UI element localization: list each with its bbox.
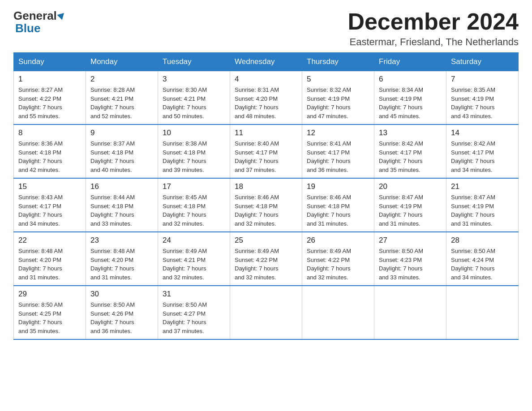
calendar-day-cell: 19 Sunrise: 8:46 AM Sunset: 4:18 PM Dayl… [302, 178, 374, 232]
calendar-day-cell: 9 Sunrise: 8:37 AM Sunset: 4:18 PM Dayli… [86, 124, 158, 178]
day-number: 12 [307, 128, 369, 137]
calendar-day-cell: 22 Sunrise: 8:48 AM Sunset: 4:20 PM Dayl… [14, 232, 86, 286]
calendar-day-cell: 6 Sunrise: 8:34 AM Sunset: 4:19 PM Dayli… [374, 71, 446, 125]
day-number: 25 [235, 236, 297, 245]
day-info: Sunrise: 8:34 AM Sunset: 4:19 PM Dayligh… [379, 86, 442, 120]
calendar-day-cell: 31 Sunrise: 8:50 AM Sunset: 4:27 PM Dayl… [158, 286, 230, 339]
calendar-day-cell: 18 Sunrise: 8:46 AM Sunset: 4:18 PM Dayl… [230, 178, 302, 232]
day-info: Sunrise: 8:38 AM Sunset: 4:18 PM Dayligh… [163, 139, 225, 174]
weekday-header-wednesday: Wednesday [230, 53, 302, 71]
calendar-week-row: 8 Sunrise: 8:36 AM Sunset: 4:18 PM Dayli… [14, 124, 519, 178]
day-number: 23 [90, 236, 153, 245]
day-number: 18 [235, 182, 297, 191]
location-title: Eastermar, Friesland, The Netherlands [348, 36, 519, 48]
day-number: 4 [235, 75, 297, 84]
calendar-day-cell: 12 Sunrise: 8:41 AM Sunset: 4:17 PM Dayl… [302, 124, 374, 178]
day-number: 27 [379, 236, 442, 245]
calendar-day-cell: 3 Sunrise: 8:30 AM Sunset: 4:21 PM Dayli… [158, 71, 230, 125]
day-number: 21 [451, 182, 514, 191]
day-info: Sunrise: 8:41 AM Sunset: 4:17 PM Dayligh… [307, 139, 369, 174]
calendar-day-cell: 5 Sunrise: 8:32 AM Sunset: 4:19 PM Dayli… [302, 71, 374, 125]
calendar-day-cell: 24 Sunrise: 8:49 AM Sunset: 4:21 PM Dayl… [158, 232, 230, 286]
weekday-header-monday: Monday [86, 53, 158, 71]
day-number: 3 [163, 75, 225, 84]
day-info: Sunrise: 8:46 AM Sunset: 4:18 PM Dayligh… [307, 193, 369, 228]
weekday-header-sunday: Sunday [14, 53, 86, 71]
day-number: 10 [163, 128, 225, 137]
logo-blue-text: Blue [15, 21, 65, 35]
day-number: 14 [451, 128, 514, 137]
calendar-day-cell: 11 Sunrise: 8:40 AM Sunset: 4:17 PM Dayl… [230, 124, 302, 178]
calendar-day-cell: 23 Sunrise: 8:48 AM Sunset: 4:20 PM Dayl… [86, 232, 158, 286]
calendar-day-cell: 7 Sunrise: 8:35 AM Sunset: 4:19 PM Dayli… [446, 71, 519, 125]
day-info: Sunrise: 8:48 AM Sunset: 4:20 PM Dayligh… [18, 247, 81, 282]
day-info: Sunrise: 8:45 AM Sunset: 4:18 PM Dayligh… [163, 193, 225, 228]
calendar-day-cell: 26 Sunrise: 8:49 AM Sunset: 4:22 PM Dayl… [302, 232, 374, 286]
day-number: 8 [18, 128, 81, 137]
calendar-week-row: 22 Sunrise: 8:48 AM Sunset: 4:20 PM Dayl… [14, 232, 519, 286]
day-info: Sunrise: 8:48 AM Sunset: 4:20 PM Dayligh… [90, 247, 153, 282]
title-section: December 2024 Eastermar, Friesland, The … [348, 9, 519, 48]
day-number: 20 [379, 182, 442, 191]
day-info: Sunrise: 8:47 AM Sunset: 4:19 PM Dayligh… [379, 193, 442, 228]
day-number: 31 [163, 290, 225, 299]
day-number: 29 [18, 290, 81, 299]
weekday-header-tuesday: Tuesday [158, 53, 230, 71]
day-number: 24 [163, 236, 225, 245]
day-info: Sunrise: 8:50 AM Sunset: 4:25 PM Dayligh… [18, 300, 81, 335]
day-number: 9 [90, 128, 153, 137]
page-header: General Blue December 2024 Eastermar, Fr… [13, 9, 519, 48]
day-number: 6 [379, 75, 442, 84]
day-number: 13 [379, 128, 442, 137]
day-info: Sunrise: 8:35 AM Sunset: 4:19 PM Dayligh… [451, 86, 514, 120]
calendar-day-cell: 20 Sunrise: 8:47 AM Sunset: 4:19 PM Dayl… [374, 178, 446, 232]
day-number: 16 [90, 182, 153, 191]
day-number: 2 [90, 75, 153, 84]
day-info: Sunrise: 8:43 AM Sunset: 4:17 PM Dayligh… [18, 193, 81, 228]
calendar-week-row: 29 Sunrise: 8:50 AM Sunset: 4:25 PM Dayl… [14, 286, 519, 339]
calendar-day-cell: 4 Sunrise: 8:31 AM Sunset: 4:20 PM Dayli… [230, 71, 302, 125]
day-info: Sunrise: 8:31 AM Sunset: 4:20 PM Dayligh… [235, 86, 297, 120]
day-info: Sunrise: 8:42 AM Sunset: 4:17 PM Dayligh… [379, 139, 442, 174]
calendar-day-cell: 13 Sunrise: 8:42 AM Sunset: 4:17 PM Dayl… [374, 124, 446, 178]
calendar-day-cell: 1 Sunrise: 8:27 AM Sunset: 4:22 PM Dayli… [14, 71, 86, 125]
logo-general-text: General [13, 9, 57, 23]
calendar-day-cell: 15 Sunrise: 8:43 AM Sunset: 4:17 PM Dayl… [14, 178, 86, 232]
day-number: 28 [451, 236, 514, 245]
calendar-day-cell: 25 Sunrise: 8:49 AM Sunset: 4:22 PM Dayl… [230, 232, 302, 286]
day-number: 1 [18, 75, 81, 84]
day-number: 5 [307, 75, 369, 84]
day-info: Sunrise: 8:50 AM Sunset: 4:27 PM Dayligh… [163, 300, 225, 335]
day-info: Sunrise: 8:49 AM Sunset: 4:21 PM Dayligh… [163, 247, 225, 282]
month-title: December 2024 [348, 9, 519, 34]
logo: General Blue [13, 9, 65, 35]
calendar-day-cell: 17 Sunrise: 8:45 AM Sunset: 4:18 PM Dayl… [158, 178, 230, 232]
calendar-day-cell: 10 Sunrise: 8:38 AM Sunset: 4:18 PM Dayl… [158, 124, 230, 178]
calendar-day-cell: 8 Sunrise: 8:36 AM Sunset: 4:18 PM Dayli… [14, 124, 86, 178]
calendar-day-cell: 29 Sunrise: 8:50 AM Sunset: 4:25 PM Dayl… [14, 286, 86, 339]
day-info: Sunrise: 8:50 AM Sunset: 4:23 PM Dayligh… [379, 247, 442, 282]
day-number: 17 [163, 182, 225, 191]
weekday-header-saturday: Saturday [446, 53, 519, 71]
day-info: Sunrise: 8:50 AM Sunset: 4:24 PM Dayligh… [451, 247, 514, 282]
day-number: 11 [235, 128, 297, 137]
calendar-day-cell: 14 Sunrise: 8:42 AM Sunset: 4:17 PM Dayl… [446, 124, 519, 178]
day-info: Sunrise: 8:49 AM Sunset: 4:22 PM Dayligh… [307, 247, 369, 282]
day-info: Sunrise: 8:27 AM Sunset: 4:22 PM Dayligh… [18, 86, 81, 120]
calendar-day-cell: 30 Sunrise: 8:50 AM Sunset: 4:26 PM Dayl… [86, 286, 158, 339]
calendar-week-row: 15 Sunrise: 8:43 AM Sunset: 4:17 PM Dayl… [14, 178, 519, 232]
weekday-header-friday: Friday [374, 53, 446, 71]
day-number: 26 [307, 236, 369, 245]
day-info: Sunrise: 8:42 AM Sunset: 4:17 PM Dayligh… [451, 139, 514, 174]
day-info: Sunrise: 8:47 AM Sunset: 4:19 PM Dayligh… [451, 193, 514, 228]
calendar-empty-cell [302, 286, 374, 339]
calendar-table: SundayMondayTuesdayWednesdayThursdayFrid… [13, 52, 519, 340]
calendar-empty-cell [230, 286, 302, 339]
day-info: Sunrise: 8:28 AM Sunset: 4:21 PM Dayligh… [90, 86, 153, 120]
calendar-empty-cell [446, 286, 519, 339]
calendar-empty-cell [374, 286, 446, 339]
day-info: Sunrise: 8:36 AM Sunset: 4:18 PM Dayligh… [18, 139, 81, 174]
day-info: Sunrise: 8:49 AM Sunset: 4:22 PM Dayligh… [235, 247, 297, 282]
day-info: Sunrise: 8:40 AM Sunset: 4:17 PM Dayligh… [235, 139, 297, 174]
day-number: 30 [90, 290, 153, 299]
